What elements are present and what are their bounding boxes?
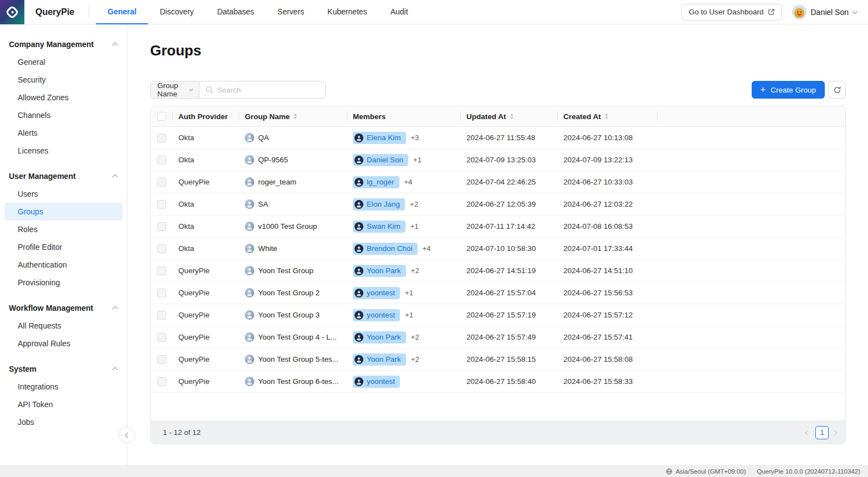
group-avatar-icon xyxy=(245,155,254,165)
updated-at: 2024-06-27 12:05:39 xyxy=(466,200,536,208)
row-checkbox[interactable] xyxy=(157,289,166,298)
member-extra-count: +4 xyxy=(404,178,413,186)
row-checkbox[interactable] xyxy=(157,266,166,275)
member-extra-count: +3 xyxy=(411,134,419,142)
member-chip[interactable]: yoontest xyxy=(353,287,400,299)
group-avatar-icon xyxy=(245,222,254,231)
sidebar-item-approval-rules[interactable]: Approval Rules xyxy=(4,335,122,352)
row-checkbox[interactable] xyxy=(157,156,166,165)
table-footer: 1 - 12 of 12 1 xyxy=(151,420,845,444)
member-chip[interactable]: Yoon Park xyxy=(353,331,406,343)
column-group-name[interactable]: Group Name xyxy=(239,106,347,126)
sidebar-item-roles[interactable]: Roles xyxy=(4,220,122,238)
member-avatar-icon xyxy=(355,377,363,386)
sidebar-item-provisioning[interactable]: Provisioning xyxy=(4,274,122,291)
sidebar-section-header-workflow-management[interactable]: Workflow Management xyxy=(0,299,127,317)
tab-servers[interactable]: Servers xyxy=(266,0,316,24)
member-chip[interactable]: Yoon Park xyxy=(353,265,406,277)
member-extra-count: +4 xyxy=(423,244,431,253)
updated-at: 2024-06-27 15:58:40 xyxy=(466,377,536,386)
member-name: Yoon Park xyxy=(367,266,401,275)
sidebar-item-jobs[interactable]: Jobs xyxy=(4,413,122,431)
group-avatar-icon xyxy=(245,133,254,142)
table-row: QueryPie Yoon Test Group xyxy=(151,260,845,282)
sidebar-item-users[interactable]: Users xyxy=(4,185,122,203)
tab-discovery[interactable]: Discovery xyxy=(148,0,205,24)
row-checkbox[interactable] xyxy=(157,200,166,209)
auth-provider: Okta xyxy=(178,156,194,164)
member-chip[interactable]: Swan Kim xyxy=(353,220,405,233)
member-chip[interactable]: yoontest xyxy=(353,376,400,388)
page-number-button[interactable]: 1 xyxy=(815,426,829,439)
member-chip[interactable]: yoontest xyxy=(353,309,400,321)
sidebar-item-licenses[interactable]: Licenses xyxy=(4,142,122,160)
sidebar-item-authentication[interactable]: Authentication xyxy=(4,256,122,274)
tab-general[interactable]: General xyxy=(96,0,148,24)
member-name: Yoon Park xyxy=(367,355,401,363)
row-checkbox[interactable] xyxy=(157,134,166,142)
sidebar-section-header-user-management[interactable]: User Management xyxy=(0,167,127,185)
member-extra-count: +1 xyxy=(405,311,413,319)
select-all-checkbox[interactable] xyxy=(157,112,166,121)
member-chip[interactable]: Brendon Choi xyxy=(353,243,418,255)
created-at: 2024-06-27 15:58:08 xyxy=(563,355,633,363)
member-chip[interactable]: Elon Jang xyxy=(353,198,405,211)
row-checkbox[interactable] xyxy=(157,355,166,364)
column-updated-at[interactable]: Updated At xyxy=(461,106,558,126)
section-title: System xyxy=(9,365,37,373)
member-chip[interactable]: Daniel Son xyxy=(353,154,408,166)
main-content: Groups Group Name + xyxy=(127,24,868,465)
row-checkbox[interactable] xyxy=(157,311,166,320)
sidebar-item-security[interactable]: Security xyxy=(4,71,122,89)
globe-icon xyxy=(666,468,672,475)
updated-at: 2024-07-09 13:25:03 xyxy=(466,156,536,164)
row-checkbox[interactable] xyxy=(157,244,166,253)
auth-provider: QueryPie xyxy=(178,377,209,386)
tab-audit[interactable]: Audit xyxy=(379,0,420,24)
plus-icon: + xyxy=(761,85,766,94)
member-name: yoontest xyxy=(367,289,395,297)
refresh-button[interactable] xyxy=(828,81,846,99)
search-filter-group: Group Name xyxy=(150,81,326,99)
sidebar-item-api-token[interactable]: API Token xyxy=(4,396,122,413)
auth-provider: QueryPie xyxy=(178,355,209,363)
prev-page-button[interactable] xyxy=(804,431,809,434)
sidebar-section-header-company-management[interactable]: Company Management xyxy=(0,35,127,53)
user-menu[interactable]: Daniel Son xyxy=(792,5,857,19)
sidebar-item-general[interactable]: General xyxy=(4,53,122,71)
next-page-button[interactable] xyxy=(835,431,836,434)
updated-at: 2024-06-27 15:57:49 xyxy=(466,333,536,341)
sidebar-item-channels[interactable]: Channels xyxy=(4,106,122,124)
timezone-label: Asia/Seoul (GMT+09:00) xyxy=(676,468,746,475)
chevron-up-icon xyxy=(112,367,118,373)
filter-field-selector[interactable]: Group Name xyxy=(151,81,199,98)
tab-kubernetes[interactable]: Kubernetes xyxy=(316,0,379,24)
group-name: Yoon Test Group 2 xyxy=(258,289,320,297)
member-extra-count: +2 xyxy=(410,200,418,208)
sidebar-section-header-system[interactable]: System xyxy=(0,360,127,378)
member-extra-count: +2 xyxy=(411,355,419,363)
row-checkbox[interactable] xyxy=(157,222,166,231)
search-input[interactable] xyxy=(217,86,319,94)
row-checkbox[interactable] xyxy=(157,178,166,187)
sidebar-item-integrations[interactable]: Integrations xyxy=(4,378,122,396)
group-name: Yoon Test Group 3 xyxy=(258,311,320,319)
tab-databases[interactable]: Databases xyxy=(206,0,266,24)
create-group-button[interactable]: + Create Group xyxy=(752,81,825,99)
sidebar-item-profile-editor[interactable]: Profile Editor xyxy=(4,238,122,256)
row-checkbox[interactable] xyxy=(157,333,166,342)
sidebar-collapse-button[interactable] xyxy=(119,427,135,443)
row-checkbox[interactable] xyxy=(157,377,166,386)
member-chip[interactable]: lg_roger xyxy=(353,176,399,188)
member-chip[interactable]: Yoon Park xyxy=(353,353,406,366)
querypie-logo-icon[interactable] xyxy=(0,0,24,24)
sidebar-item-allowed-zones[interactable]: Allowed Zones xyxy=(4,89,122,106)
sidebar-item-alerts[interactable]: Alerts xyxy=(4,124,122,142)
auth-provider: QueryPie xyxy=(178,266,209,275)
column-created-at[interactable]: Created At xyxy=(558,106,658,126)
member-chip[interactable]: Elena Kim xyxy=(353,132,406,144)
go-to-user-dashboard-button[interactable]: Go to User Dashboard xyxy=(681,4,782,20)
sidebar-item-groups[interactable]: Groups xyxy=(4,203,122,220)
sidebar-item-all-requests[interactable]: All Requests xyxy=(4,317,122,335)
table-row: QueryPie roger_team xyxy=(151,171,845,193)
